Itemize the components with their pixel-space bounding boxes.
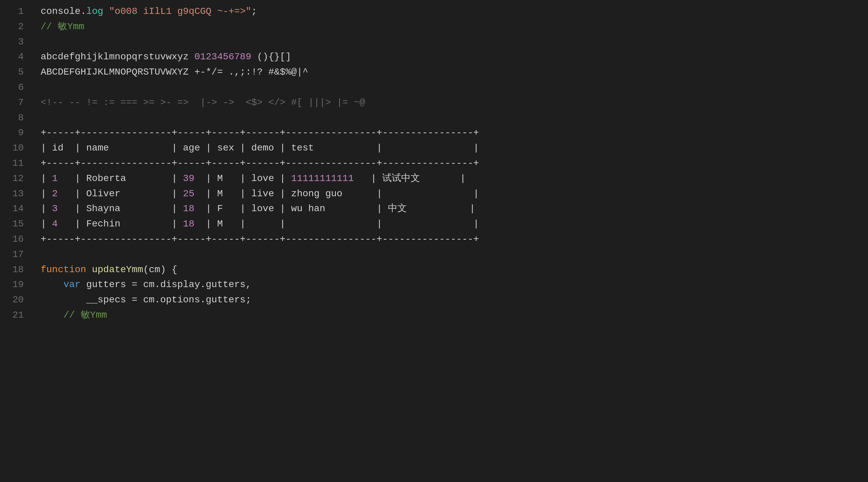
code-token: | [41,171,52,186]
line-num-13: 13 [0,186,30,202]
line-numbers: 1 2 3 4 5 6 7 8 9 10 11 12 13 14 15 16 1… [0,0,30,482]
line-num-16: 16 [0,232,30,247]
code-token: updateYmm [92,262,143,278]
code-token: ABCDEFGHIJKLMNOPQRSTUVWXYZ +-*/= .,;:!? … [41,65,308,80]
code-token: // 敏Ymm [41,19,84,35]
code-token: abcdefghijklmnopqrstuvwxyz [41,49,194,65]
code-token: | id | name | age | sex | demo | test | … [41,141,479,156]
code-line-20: __specs = cm.options.gutters; [41,293,868,308]
code-line-1: console.log "o008 iIlL1 g9qCGQ ~-+=>"; [41,4,868,19]
line-num-9: 9 [0,125,30,141]
code-token: 0123456789 [194,49,251,65]
line-num-5: 5 [0,65,30,80]
line-num-15: 15 [0,217,30,232]
code-token: | M | love | [194,171,291,186]
code-token: log [86,4,103,19]
code-line-7: <!-- -- != := === >= >- => |-> -> <$> </… [41,95,868,111]
code-token: 25 [183,186,194,202]
line-num-20: 20 [0,293,30,308]
code-line-14: | 3 | Shayna | 18 | F | love | wu han | … [41,201,868,217]
line-num-4: 4 [0,49,30,65]
code-token: +-----+----------------+-----+-----+----… [41,156,479,171]
code-line-3 [41,35,868,50]
code-token: 18 [183,201,194,217]
code-token: | [41,201,52,217]
code-token: gutters = cm.display.gutters, [81,277,251,293]
code-token: | Oliver | [58,186,183,202]
code-line-2: // 敏Ymm [41,19,868,35]
line-num-3: 3 [0,35,30,50]
code-line-17 [41,247,868,262]
editor: 1 2 3 4 5 6 7 8 9 10 11 12 13 14 15 16 1… [0,0,868,482]
code-line-5: ABCDEFGHIJKLMNOPQRSTUVWXYZ +-*/= .,;:!? … [41,65,868,80]
code-line-10: | id | name | age | sex | demo | test | … [41,141,868,156]
code-line-19: var gutters = cm.display.gutters, [41,277,868,293]
code-token: | [41,186,52,202]
line-num-18: 18 [0,262,30,278]
code-token: 1 [52,171,58,186]
code-line-13: | 2 | Oliver | 25 | M | live | zhong guo… [41,186,868,202]
code-token: 2 [52,186,58,202]
line-num-10: 10 [0,141,30,156]
code-token: | M | | | | [194,217,479,232]
code-token: 3 [52,201,58,217]
code-token: 11111111111 [291,171,354,186]
code-token: ; [251,4,257,19]
code-token: 4 [52,217,58,232]
code-token: +-----+----------------+-----+-----+----… [41,232,479,247]
code-token: <!-- -- != := === >= >- => |-> -> <$> </… [41,95,365,111]
code-line-11: +-----+----------------+-----+-----+----… [41,156,868,171]
code-token: +-----+----------------+-----+-----+----… [41,125,479,141]
line-num-21: 21 [0,308,30,323]
line-num-1: 1 [0,4,30,19]
code-token: function [41,262,86,278]
code-token: | Roberta | [58,171,183,186]
code-area[interactable]: console.log "o008 iIlL1 g9qCGQ ~-+=>"; /… [30,0,868,482]
line-num-2: 2 [0,19,30,35]
code-token: | Shayna | [58,201,183,217]
code-token: // 敏Ymm [41,308,107,323]
code-token: . [81,4,86,19]
code-token: "o008 iIlL1 g9qCGQ ~-+=>" [109,4,251,19]
code-token [103,4,109,19]
code-line-6 [41,80,868,95]
code-token: __specs = cm.options.gutters; [41,293,251,308]
line-num-8: 8 [0,111,30,126]
code-token: 18 [183,217,194,232]
code-token: console [41,4,81,19]
code-token: | M | live | zhong guo | | [194,186,479,202]
code-line-15: | 4 | Fechin | 18 | M | | | | [41,217,868,232]
code-line-8 [41,111,868,126]
code-line-21: // 敏Ymm [41,308,868,323]
code-line-4: abcdefghijklmnopqrstuvwxyz 0123456789 ()… [41,49,868,65]
code-token: | Fechin | [58,217,183,232]
code-line-18: function updateYmm(cm) { [41,262,868,278]
code-token: (cm) { [143,262,177,278]
code-line-12: | 1 | Roberta | 39 | M | love | 11111111… [41,171,868,186]
line-num-19: 19 [0,277,30,293]
line-num-12: 12 [0,171,30,186]
code-token [86,262,92,278]
code-token: | F | love | wu han | 中文 | [194,201,475,217]
line-num-14: 14 [0,201,30,217]
code-token: (){}[] [251,49,291,65]
line-num-11: 11 [0,156,30,171]
code-token [41,277,63,293]
code-line-16: +-----+----------------+-----+-----+----… [41,232,868,247]
line-num-17: 17 [0,247,30,262]
code-token: 39 [183,171,194,186]
code-line-9: +-----+----------------+-----+-----+----… [41,125,868,141]
line-num-6: 6 [0,80,30,95]
line-num-7: 7 [0,95,30,111]
code-token: | 试试中文 | [354,171,466,186]
code-token: var [63,277,80,293]
code-token: | [41,217,52,232]
